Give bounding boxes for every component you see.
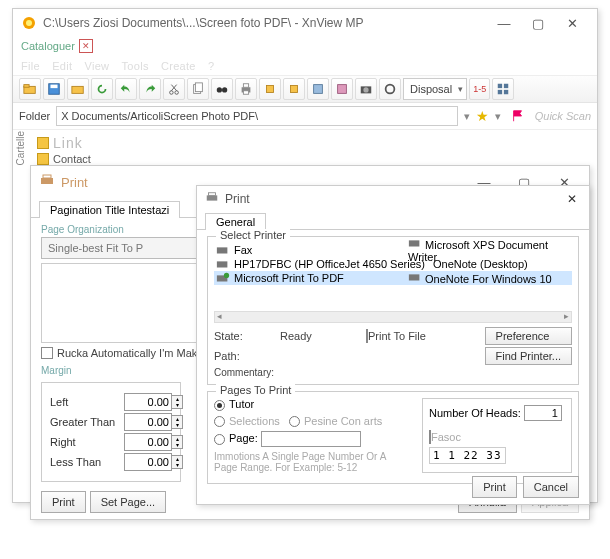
sys-print-titlebar: Print ✕: [197, 186, 589, 212]
svg-rect-26: [504, 90, 508, 94]
menu-view[interactable]: View: [85, 60, 110, 72]
binoculars-icon[interactable]: [211, 78, 233, 100]
tree-contact-row[interactable]: Contact: [37, 152, 589, 166]
svg-point-11: [217, 87, 222, 92]
printer-icon: [39, 173, 55, 191]
rucka-checkbox[interactable]: [41, 347, 53, 359]
copies-input[interactable]: 1: [524, 405, 562, 421]
radio-page[interactable]: [214, 434, 225, 445]
sidebar-tab-label[interactable]: Cartelle: [13, 129, 28, 167]
radio-tutor[interactable]: [214, 400, 225, 411]
maximize-button[interactable]: ▢: [521, 11, 555, 35]
page-range-input[interactable]: [261, 431, 361, 447]
printer-list[interactable]: Fax Microsoft XPS Document Writer HP17DF…: [214, 243, 572, 309]
printer-xps-label: Microsoft XPS Document Writer: [408, 243, 548, 263]
app-print-title: Print: [61, 175, 88, 190]
path-input[interactable]: X Documents/ArticoliScreen Photo PDF\: [56, 106, 458, 126]
margin-right-spin[interactable]: 0.00: [124, 433, 172, 451]
svg-rect-36: [409, 274, 420, 280]
printer-mspdf[interactable]: Microsoft Print To PDF OneNote For Windo…: [214, 271, 572, 285]
redo-icon[interactable]: [139, 78, 161, 100]
tool-b-icon[interactable]: [331, 78, 353, 100]
svg-rect-31: [217, 247, 228, 253]
titlebar: C:\Users Ziosi Documents\...\Screen foto…: [13, 9, 597, 37]
svg-rect-16: [267, 86, 274, 93]
fasoc-label: Fasoc: [431, 431, 461, 443]
flag-icon[interactable]: [507, 105, 529, 127]
cataloguer-label[interactable]: Cataloguer: [21, 40, 75, 52]
fax-icon: [216, 244, 230, 256]
grid-icon[interactable]: [492, 78, 514, 100]
printer-onenote10[interactable]: OneNote For Windows 10: [408, 271, 552, 285]
minimize-button[interactable]: —: [487, 11, 521, 35]
margin-gt-spin[interactable]: 0.00: [124, 413, 172, 431]
copy-icon[interactable]: [187, 78, 209, 100]
pages-to-print-group: Pages To Print Tutor Selections Pesine C…: [207, 391, 579, 484]
svg-rect-14: [243, 84, 248, 88]
open-icon[interactable]: [19, 78, 41, 100]
copies-label: Number Of Heads:: [429, 407, 521, 419]
margin-lt-spin[interactable]: 0.00: [124, 453, 172, 471]
tree-link-label: Link: [53, 135, 83, 151]
printer-list-scrollbar[interactable]: [214, 311, 572, 323]
path-label: Path:: [214, 350, 274, 362]
calendar-icon[interactable]: 1-5: [469, 78, 490, 100]
close-button[interactable]: ✕: [555, 11, 589, 35]
rucka-label: Rucka Automatically I'm Making: [57, 347, 212, 359]
favorite-star-icon[interactable]: ★: [476, 108, 489, 124]
quick-scan-label[interactable]: Quick Scan: [535, 110, 591, 122]
tree-link-row[interactable]: Link: [37, 134, 589, 152]
refresh-icon[interactable]: [91, 78, 113, 100]
app-print-button[interactable]: Print: [41, 491, 86, 513]
svg-rect-10: [195, 83, 202, 92]
margin-left-spin[interactable]: 0.00: [124, 393, 172, 411]
svg-point-12: [222, 87, 227, 92]
state-value: Ready: [280, 330, 360, 342]
menu-help[interactable]: ?: [208, 60, 214, 72]
radio-pesine[interactable]: [289, 416, 300, 427]
tab-pagination[interactable]: Pagination Title Intestazi: [39, 201, 180, 218]
radio-selections[interactable]: [214, 416, 225, 427]
svg-rect-15: [243, 91, 248, 95]
cataloguer-row: Cataloguer ✕: [13, 37, 597, 55]
copies-box: Number Of Heads: 1 Fasoc 1 1 22 33: [422, 398, 572, 473]
find-printer-button[interactable]: Find Printer...: [485, 347, 572, 365]
svg-rect-25: [498, 90, 502, 94]
set-page-button[interactable]: Set Page...: [90, 491, 166, 513]
rotate-left-icon[interactable]: [259, 78, 281, 100]
svg-rect-5: [51, 85, 58, 89]
undo-icon[interactable]: [115, 78, 137, 100]
menu-tools[interactable]: Tools: [122, 60, 149, 72]
print-icon[interactable]: [235, 78, 257, 100]
state-label: State:: [214, 330, 274, 342]
svg-rect-19: [338, 85, 347, 94]
svg-point-7: [170, 91, 174, 95]
printer-fax[interactable]: Fax Microsoft XPS Document Writer: [214, 243, 572, 257]
cataloguer-close-icon[interactable]: ✕: [79, 39, 93, 53]
printer-xps[interactable]: Microsoft XPS Document Writer: [408, 243, 572, 263]
sys-cancel-button[interactable]: Cancel: [523, 476, 579, 498]
folder-row: Cartelle Folder X Documents/ArticoliScre…: [13, 103, 597, 130]
preference-button[interactable]: Preference: [485, 327, 572, 345]
menu-file[interactable]: File: [21, 60, 40, 72]
svg-rect-28: [43, 175, 51, 178]
folder2-icon[interactable]: [67, 78, 89, 100]
cut-icon[interactable]: [163, 78, 185, 100]
sys-print-button[interactable]: Print: [472, 476, 517, 498]
sys-print-close-button[interactable]: ✕: [563, 190, 581, 208]
menu-edit[interactable]: Edit: [52, 60, 72, 72]
camera-icon[interactable]: [355, 78, 377, 100]
range-hint2: Page Range. For Example: 5-12: [214, 462, 412, 473]
svg-rect-3: [24, 85, 29, 88]
printer-onenote10-label: OneNote For Windows 10: [425, 273, 552, 285]
svg-point-1: [26, 20, 32, 26]
save-icon[interactable]: [43, 78, 65, 100]
svg-rect-18: [314, 85, 323, 94]
disposal-combo[interactable]: Disposal: [403, 78, 467, 100]
rotate-right-icon[interactable]: [283, 78, 305, 100]
tool-a-icon[interactable]: [307, 78, 329, 100]
menu-create[interactable]: Create: [161, 60, 196, 72]
margin-group: Left0.00 Greater Than0.00 Right0.00 Less…: [41, 382, 181, 482]
settings-icon[interactable]: [379, 78, 401, 100]
tab-general[interactable]: General: [205, 213, 266, 230]
